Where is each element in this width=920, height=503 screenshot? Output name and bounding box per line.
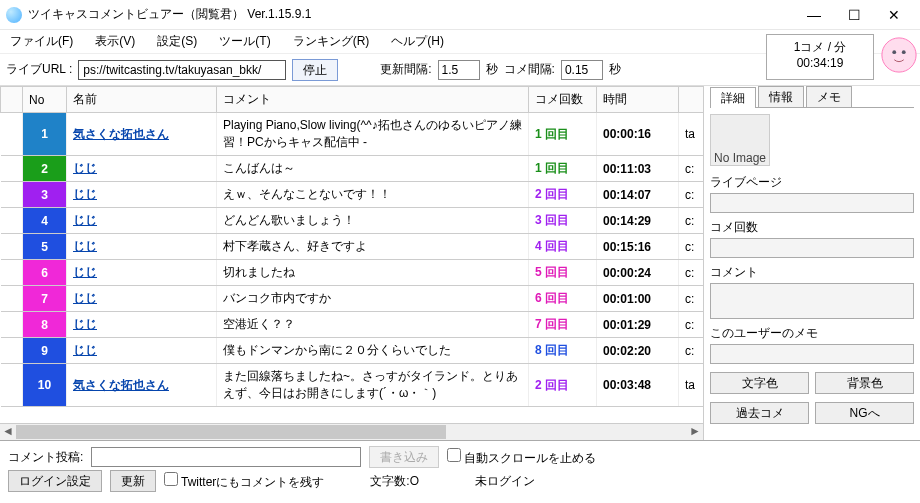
- cell-name[interactable]: じじ: [67, 312, 217, 338]
- col-time[interactable]: 時間: [597, 87, 679, 113]
- table-row[interactable]: 1気さくな拓也さんPlaying Piano,Slow living(^^♪拓也…: [1, 113, 704, 156]
- bottom-bar: コメント投稿: 書き込み 自動スクロールを止める ログイン設定 更新 Twitt…: [0, 440, 920, 497]
- tab-info[interactable]: 情報: [758, 86, 804, 107]
- update-button[interactable]: 更新: [110, 470, 156, 492]
- cell-count: 8 回目: [529, 338, 597, 364]
- cell-time: 00:00:24: [597, 260, 679, 286]
- tab-detail[interactable]: 詳細: [710, 87, 756, 108]
- cell-extra: c:: [679, 260, 704, 286]
- cell-extra: c:: [679, 312, 704, 338]
- h-scrollbar[interactable]: ◄ ►: [0, 423, 703, 440]
- menu-ranking[interactable]: ランキング(R): [289, 31, 374, 52]
- cell-name[interactable]: じじ: [67, 260, 217, 286]
- menu-settings[interactable]: 設定(S): [153, 31, 201, 52]
- cell-comment: 村下孝蔵さん、好きですよ: [217, 234, 529, 260]
- live-page-label: ライブページ: [710, 174, 914, 191]
- menu-file[interactable]: ファイル(F): [6, 31, 77, 52]
- live-url-input[interactable]: [78, 60, 286, 80]
- stop-button[interactable]: 停止: [292, 59, 338, 81]
- cell-name[interactable]: 気さくな拓也さん: [67, 364, 217, 407]
- cell-no: 4: [23, 208, 67, 234]
- cell-comment: 僕もドンマンから南に２０分くらいでした: [217, 338, 529, 364]
- cell-name[interactable]: じじ: [67, 182, 217, 208]
- table-row[interactable]: 8じじ空港近く？？7 回目00:01:29c:: [1, 312, 704, 338]
- cell-count: 4 回目: [529, 234, 597, 260]
- login-settings-button[interactable]: ログイン設定: [8, 470, 102, 492]
- cell-count: 2 回目: [529, 364, 597, 407]
- table-row[interactable]: 3じじえｗ、そんなことないです！！2 回目00:14:07c:: [1, 182, 704, 208]
- col-no[interactable]: No: [23, 87, 67, 113]
- cell-name[interactable]: 気さくな拓也さん: [67, 113, 217, 156]
- comment-field[interactable]: [710, 283, 914, 319]
- menu-help[interactable]: ヘルプ(H): [387, 31, 448, 52]
- cell-name[interactable]: じじ: [67, 208, 217, 234]
- cell-no: 10: [23, 364, 67, 407]
- menu-tools[interactable]: ツール(T): [215, 31, 274, 52]
- scroll-right-icon[interactable]: ►: [687, 424, 703, 440]
- side-tabs: 詳細 情報 メモ: [710, 86, 914, 108]
- comment-count-field[interactable]: [710, 238, 914, 258]
- col-blank[interactable]: [1, 87, 23, 113]
- col-name[interactable]: 名前: [67, 87, 217, 113]
- comment-interval-label: コメ間隔:: [504, 61, 555, 78]
- twitter-leave-check[interactable]: Twitterにもコメントを残す: [164, 472, 324, 491]
- update-interval-input[interactable]: [438, 60, 480, 80]
- cell-name[interactable]: じじ: [67, 338, 217, 364]
- comment-count-label: コメ回数: [710, 219, 914, 236]
- titlebar: ツイキャスコメントビュアー（閲覧君） Ver.1.15.9.1 — ☐ ✕: [0, 0, 920, 30]
- scroll-left-icon[interactable]: ◄: [0, 424, 16, 440]
- maximize-button[interactable]: ☐: [834, 1, 874, 29]
- comment-interval-input[interactable]: [561, 60, 603, 80]
- cell-name[interactable]: じじ: [67, 286, 217, 312]
- table-row[interactable]: 7じじバンコク市内ですか6 回目00:01:00c:: [1, 286, 704, 312]
- cell-extra: c:: [679, 234, 704, 260]
- close-button[interactable]: ✕: [874, 1, 914, 29]
- list-area: No 名前 コメント コメ回数 時間 1気さくな拓也さんPlaying Pian…: [0, 86, 704, 440]
- cell-time: 00:02:20: [597, 338, 679, 364]
- cell-count: 6 回目: [529, 286, 597, 312]
- minimize-button[interactable]: —: [794, 1, 834, 29]
- cell-no: 9: [23, 338, 67, 364]
- user-memo-field[interactable]: [710, 344, 914, 364]
- cell-name[interactable]: じじ: [67, 234, 217, 260]
- cell-time: 00:00:16: [597, 113, 679, 156]
- col-count[interactable]: コメ回数: [529, 87, 597, 113]
- comment-label: コメント: [710, 264, 914, 281]
- past-comment-button[interactable]: 過去コメ: [710, 402, 809, 424]
- table-row[interactable]: 2じじこんばんは～1 回目00:11:03c:: [1, 156, 704, 182]
- table-row[interactable]: 6じじ切れましたね5 回目00:00:24c:: [1, 260, 704, 286]
- cell-time: 00:14:07: [597, 182, 679, 208]
- cell-time: 00:15:16: [597, 234, 679, 260]
- post-label: コメント投稿:: [8, 449, 83, 466]
- cell-count: 3 回目: [529, 208, 597, 234]
- window-title: ツイキャスコメントビュアー（閲覧君） Ver.1.15.9.1: [28, 6, 794, 23]
- cell-extra: c:: [679, 156, 704, 182]
- ng-button[interactable]: NGへ: [815, 402, 914, 424]
- live-page-field[interactable]: [710, 193, 914, 213]
- scroll-thumb[interactable]: [16, 425, 446, 439]
- post-input[interactable]: [91, 447, 361, 467]
- col-x[interactable]: [679, 87, 704, 113]
- bg-color-button[interactable]: 背景色: [815, 372, 914, 394]
- tab-memo[interactable]: メモ: [806, 86, 852, 107]
- cell-no: 8: [23, 312, 67, 338]
- col-comment[interactable]: コメント: [217, 87, 529, 113]
- table-row[interactable]: 5じじ村下孝蔵さん、好きですよ4 回目00:15:16c:: [1, 234, 704, 260]
- cell-count: 2 回目: [529, 182, 597, 208]
- cell-count: 7 回目: [529, 312, 597, 338]
- table-row[interactable]: 10気さくな拓也さんまた回線落ちましたね~。さっすがタイランド。とりあえず、今日…: [1, 364, 704, 407]
- table-row[interactable]: 9じじ僕もドンマンから南に２０分くらいでした8 回目00:02:20c:: [1, 338, 704, 364]
- table-row[interactable]: 4じじどんどん歌いましょう！3 回目00:14:29c:: [1, 208, 704, 234]
- fg-color-button[interactable]: 文字色: [710, 372, 809, 394]
- write-button[interactable]: 書き込み: [369, 446, 439, 468]
- user-memo-label: このユーザーのメモ: [710, 325, 914, 342]
- app-icon: [6, 7, 22, 23]
- cell-name[interactable]: じじ: [67, 156, 217, 182]
- menu-view[interactable]: 表示(V): [91, 31, 139, 52]
- autoscroll-check[interactable]: 自動スクロールを止める: [447, 448, 596, 467]
- cell-no: 1: [23, 113, 67, 156]
- cell-extra: c:: [679, 182, 704, 208]
- cell-comment: どんどん歌いましょう！: [217, 208, 529, 234]
- cell-extra: c:: [679, 286, 704, 312]
- cell-comment: 空港近く？？: [217, 312, 529, 338]
